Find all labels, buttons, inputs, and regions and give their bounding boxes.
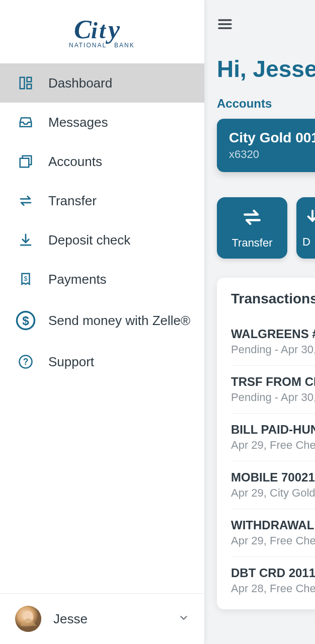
menu-button[interactable] xyxy=(217,16,315,34)
transaction-row[interactable]: WALGREENS #11 Pending - Apr 30, F xyxy=(231,318,315,366)
tx-meta: Pending - Apr 30, F xyxy=(231,391,315,404)
transfer-icon xyxy=(17,192,34,209)
sidebar-item-support[interactable]: ? Support xyxy=(0,342,204,381)
transaction-row[interactable]: DBT CRD 2011 0 Apr 28, Free Check xyxy=(231,557,315,604)
dashboard-icon xyxy=(17,74,34,92)
nav-label: Deposit check xyxy=(48,232,130,248)
svg-text:BANK: BANK xyxy=(114,42,135,49)
receipt-icon: $ xyxy=(17,271,34,288)
tile-label: Transfer xyxy=(231,236,272,250)
download-icon xyxy=(17,231,34,249)
user-name: Jesse xyxy=(53,611,166,627)
tx-meta: Apr 29, Free Check xyxy=(231,534,315,547)
nav-label: Support xyxy=(48,354,94,370)
svg-rect-5 xyxy=(20,77,25,89)
nav-label: Dashboard xyxy=(48,75,112,91)
greeting: Hi, Jesse xyxy=(217,55,315,83)
inbox-icon xyxy=(17,114,34,131)
sidebar-item-payments[interactable]: $ Payments xyxy=(0,260,204,299)
sidebar-item-messages[interactable]: Messages xyxy=(0,103,204,142)
sidebar: C i t y NATIONAL BANK Dashboard xyxy=(0,0,205,644)
svg-text:C: C xyxy=(74,15,92,44)
nav-label: Send money with Zelle® xyxy=(48,313,190,329)
transaction-row[interactable]: WITHDRAWAL P Apr 29, Free Check xyxy=(231,509,315,557)
nav: Dashboard Messages Accounts xyxy=(0,57,204,593)
account-name: City Gold 001 xyxy=(229,130,315,146)
brand-logo: C i t y NATIONAL BANK xyxy=(0,0,204,57)
avatar xyxy=(15,606,41,632)
sidebar-item-deposit-check[interactable]: Deposit check xyxy=(0,220,204,260)
accounts-icon xyxy=(17,153,34,170)
tx-name: WITHDRAWAL P xyxy=(231,518,315,532)
nav-label: Accounts xyxy=(48,154,102,170)
user-menu[interactable]: Jesse xyxy=(0,593,204,644)
main-content: Hi, Jesse Accounts City Gold 001 x6320 T… xyxy=(205,0,315,644)
sidebar-item-zelle[interactable]: $ Send money with Zelle® xyxy=(0,299,204,342)
svg-text:t: t xyxy=(99,18,106,43)
svg-text:y: y xyxy=(105,15,120,44)
nav-label: Payments xyxy=(48,272,107,287)
nav-label: Transfer xyxy=(48,193,97,209)
transaction-row[interactable]: TRSF FROM CHE Pending - Apr 30, F xyxy=(231,366,315,414)
tx-name: BILL PAID-HUNT xyxy=(231,423,315,437)
dollar-circle-icon: $ xyxy=(15,310,36,331)
tx-name: DBT CRD 2011 0 xyxy=(231,566,315,580)
transaction-row[interactable]: MOBILE 700212 Apr 29, City Gold 0 xyxy=(231,461,315,509)
svg-rect-9 xyxy=(20,158,29,168)
transfer-icon xyxy=(241,206,263,230)
action-secondary[interactable]: D xyxy=(296,197,315,259)
svg-text:$: $ xyxy=(22,314,29,328)
tx-name: MOBILE 700212 xyxy=(231,470,315,485)
brand-subline: NATIONAL xyxy=(69,42,107,49)
sidebar-item-accounts[interactable]: Accounts xyxy=(0,142,204,181)
tx-meta: Pending - Apr 30, F xyxy=(231,343,315,356)
transactions-heading: Transactions xyxy=(231,291,315,307)
svg-text:$: $ xyxy=(24,275,28,282)
nav-label: Messages xyxy=(48,115,108,130)
svg-text:?: ? xyxy=(23,357,29,367)
transactions-card: Transactions WALGREENS #11 Pending - Apr… xyxy=(217,278,315,609)
account-card[interactable]: City Gold 001 x6320 xyxy=(217,119,315,172)
tx-name: WALGREENS #11 xyxy=(231,327,315,341)
tx-meta: Apr 29, City Gold 0 xyxy=(231,487,315,500)
action-icon xyxy=(302,207,315,229)
accounts-heading: Accounts xyxy=(217,97,315,111)
chevron-down-icon xyxy=(178,612,189,625)
account-number: x6320 xyxy=(229,148,315,161)
quick-actions: Transfer D xyxy=(217,197,315,259)
tile-label: D xyxy=(302,235,314,249)
transaction-row[interactable]: BILL PAID-HUNT Apr 29, Free Check xyxy=(231,414,315,461)
help-icon: ? xyxy=(17,353,34,370)
svg-rect-6 xyxy=(27,77,32,82)
sidebar-item-dashboard[interactable]: Dashboard xyxy=(0,63,204,103)
tx-meta: Apr 28, Free Check xyxy=(231,582,315,595)
tx-name: TRSF FROM CHE xyxy=(231,375,315,389)
tx-meta: Apr 29, Free Check xyxy=(231,439,315,452)
svg-text:i: i xyxy=(91,18,98,43)
svg-rect-7 xyxy=(27,85,32,89)
sidebar-item-transfer[interactable]: Transfer xyxy=(0,181,204,220)
action-transfer[interactable]: Transfer xyxy=(217,197,287,259)
